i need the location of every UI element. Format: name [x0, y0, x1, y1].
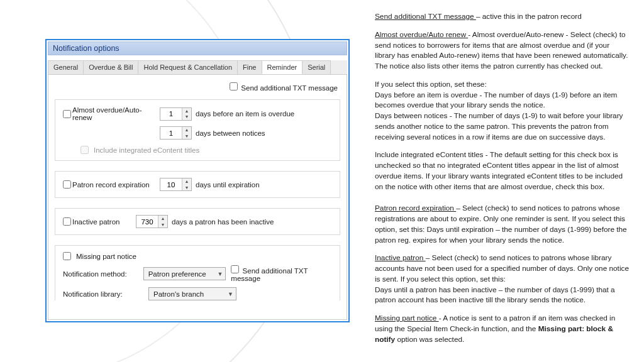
spinner-up-icon[interactable]: ▲ [182, 127, 191, 133]
panel-title: Notification options [48, 41, 347, 55]
almost-overdue-checkbox[interactable] [63, 110, 71, 118]
expiration-days-input[interactable] [160, 178, 182, 190]
spinner-down-icon[interactable]: ▼ [182, 114, 191, 120]
inactive-patron-group: Inactive patron ▲▼ days a patron has bee… [55, 208, 340, 235]
missing-part-label: Missing part notice [76, 253, 136, 260]
tab-body: Send additional TXT message Almost overd… [48, 74, 347, 320]
include-econtent-label: Include integrated eContent titles [94, 146, 199, 154]
days-between-spinner[interactable]: ▲▼ [160, 126, 192, 140]
method-txt-checkbox-label[interactable]: Send additional TXT message [231, 265, 332, 282]
inactive-days-spinner[interactable]: ▲▼ [136, 215, 168, 228]
tab-hold-request[interactable]: Hold Request & Cancellation [138, 60, 238, 74]
notification-options-panel: Notification options General Overdue & B… [45, 39, 350, 322]
almost-overdue-label: Almost overdue/Auto-renew [72, 106, 156, 121]
inactive-days-suffix: days a patron has been inactive [172, 218, 274, 226]
patron-expiration-label: Patron record expiration [72, 181, 150, 189]
expiration-days-spinner[interactable]: ▲▼ [160, 178, 192, 191]
notification-library-label: Notification library: [63, 290, 143, 298]
notification-library-select[interactable]: Patron's branch ▼ [148, 287, 236, 300]
days-between-suffix: days between notices [196, 129, 265, 137]
tab-fine[interactable]: Fine [237, 60, 262, 74]
days-before-spinner[interactable]: ▲▼ [160, 107, 192, 121]
tab-serial[interactable]: Serial [302, 60, 331, 74]
tab-overdue-bill[interactable]: Overdue & Bill [83, 60, 138, 74]
spinner-up-icon[interactable]: ▲ [182, 108, 191, 114]
days-before-suffix: days before an item is overdue [196, 110, 294, 118]
tab-reminder[interactable]: Reminder [262, 60, 303, 74]
chevron-down-icon: ▼ [217, 271, 223, 277]
chevron-down-icon: ▼ [228, 291, 233, 297]
missing-part-group: Missing part notice Notification method:… [55, 245, 340, 300]
notification-method-label: Notification method: [63, 270, 138, 278]
notification-method-select[interactable]: Patron preference ▼ [143, 267, 226, 280]
missing-part-checkbox[interactable] [63, 252, 71, 260]
include-econtent-checkbox [80, 146, 89, 154]
top-txt-checkbox-label[interactable]: Send additional TXT message [230, 84, 338, 92]
tabs: General Overdue & Bill Hold Request & Ca… [48, 60, 347, 74]
documentation-text: Send additional TXT message – active thi… [375, 11, 629, 352]
top-txt-checkbox[interactable] [230, 82, 238, 90]
almost-overdue-group: Almost overdue/Auto-renew ▲▼ days before… [55, 99, 340, 161]
patron-expiration-checkbox[interactable] [63, 180, 71, 189]
spinner-down-icon[interactable]: ▼ [182, 133, 191, 140]
spinner-up-icon[interactable]: ▲ [182, 178, 191, 185]
tab-general[interactable]: General [48, 60, 84, 74]
days-before-input[interactable] [160, 108, 182, 120]
patron-expiration-group: Patron record expiration ▲▼ days until e… [55, 171, 340, 198]
spinner-down-icon[interactable]: ▼ [182, 185, 191, 191]
spinner-up-icon[interactable]: ▲ [158, 216, 167, 222]
expiration-days-suffix: days until expiration [196, 181, 260, 189]
spinner-down-icon[interactable]: ▼ [158, 222, 167, 228]
method-txt-checkbox[interactable] [231, 265, 239, 273]
inactive-patron-checkbox[interactable] [63, 217, 71, 226]
inactive-patron-label: Inactive patron [72, 218, 119, 226]
days-between-input[interactable] [160, 127, 182, 139]
inactive-days-input[interactable] [136, 216, 158, 228]
